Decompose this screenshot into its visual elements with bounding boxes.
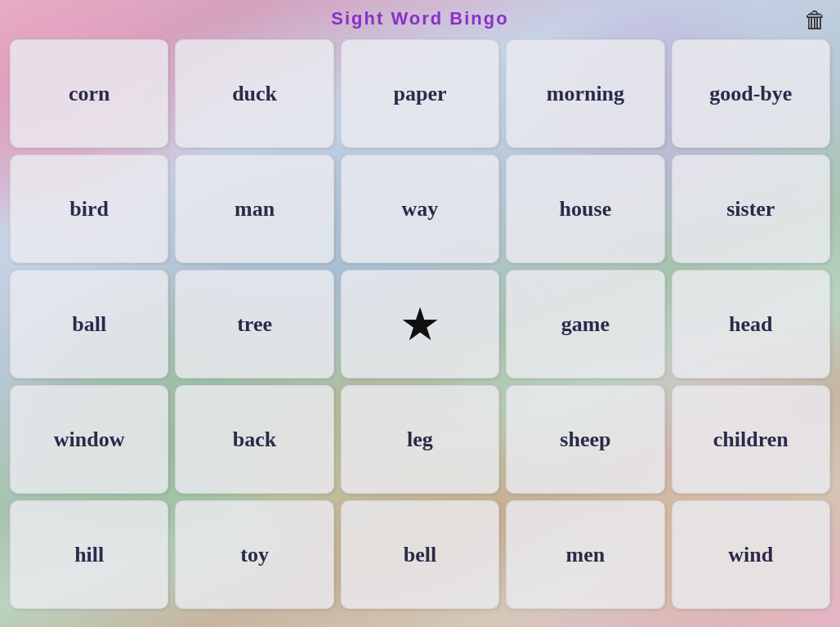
card-paper[interactable]: paper: [341, 39, 499, 148]
card-wind[interactable]: wind: [672, 500, 830, 609]
card-text-window: window: [54, 428, 125, 452]
card-bell[interactable]: bell: [341, 500, 499, 609]
card-back[interactable]: back: [175, 385, 333, 494]
card-leg[interactable]: leg: [341, 385, 499, 494]
card-text-morning: morning: [547, 82, 624, 106]
card-good-bye[interactable]: good-bye: [672, 39, 830, 148]
card-text-man: man: [235, 197, 275, 222]
card-text-duck: duck: [232, 82, 277, 106]
card-sheep[interactable]: sheep: [506, 385, 664, 494]
card-men[interactable]: men: [506, 500, 664, 609]
card-sister[interactable]: sister: [672, 155, 830, 263]
page-title: Sight Word Bingo: [0, 0, 840, 34]
card-text-leg: leg: [407, 428, 433, 452]
card-window[interactable]: window: [10, 385, 168, 494]
card-hill[interactable]: hill: [10, 500, 168, 609]
card-text-bird: bird: [69, 197, 109, 222]
card-text-house: house: [560, 197, 612, 222]
card-text-toy: toy: [240, 543, 269, 567]
card-text-sister: sister: [726, 197, 775, 222]
card-text-men: men: [566, 543, 605, 567]
card-text-way: way: [402, 197, 439, 222]
card-head[interactable]: head: [672, 270, 830, 378]
card-children[interactable]: children: [672, 385, 830, 494]
card-house[interactable]: house: [506, 155, 664, 263]
card-text-bell: bell: [404, 543, 436, 567]
card-game[interactable]: game: [506, 270, 664, 378]
card-duck[interactable]: duck: [175, 39, 333, 148]
card-text-ball: ball: [72, 312, 106, 337]
card-text-paper: paper: [393, 82, 446, 106]
star-icon: ★: [400, 302, 440, 347]
bingo-grid: cornduckpapermorninggood-byebirdmanwayho…: [0, 34, 840, 619]
card-text-sheep: sheep: [560, 428, 610, 452]
card-corn[interactable]: corn: [10, 39, 168, 148]
card-way[interactable]: way: [341, 155, 499, 263]
trash-button[interactable]: 🗑: [804, 7, 827, 34]
card-text-wind: wind: [728, 543, 773, 567]
card-tree[interactable]: tree: [175, 270, 333, 378]
card-bird[interactable]: bird: [10, 155, 168, 263]
card-ball[interactable]: ball: [10, 270, 168, 378]
card-text-hill: hill: [74, 543, 104, 567]
card-toy[interactable]: toy: [175, 500, 333, 609]
card-morning[interactable]: morning: [506, 39, 664, 148]
card-text-corn: corn: [69, 82, 110, 106]
card-text-back: back: [233, 428, 276, 452]
card-text-children: children: [713, 428, 789, 452]
card-man[interactable]: man: [175, 155, 333, 263]
card-text-good-bye: good-bye: [709, 82, 792, 106]
card-star[interactable]: ★: [341, 270, 499, 378]
card-text-head: head: [729, 312, 772, 337]
card-text-game: game: [561, 312, 610, 337]
card-text-tree: tree: [237, 312, 272, 337]
